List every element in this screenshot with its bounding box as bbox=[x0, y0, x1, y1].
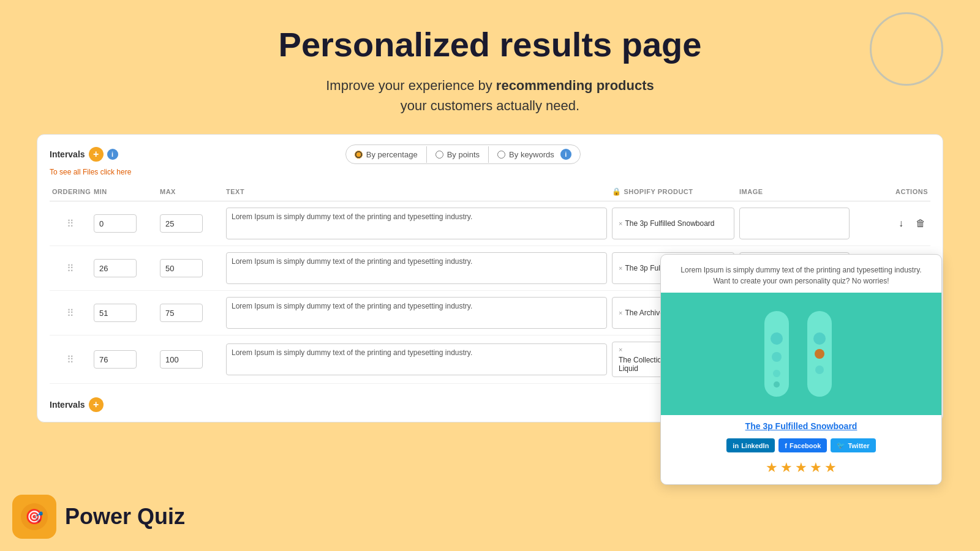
min-input-2[interactable] bbox=[94, 259, 137, 277]
min-input-1[interactable] bbox=[94, 214, 137, 233]
radio-by-keywords[interactable]: By keywords i bbox=[489, 145, 580, 163]
min-input-4[interactable] bbox=[94, 350, 137, 369]
table-row: ⠿ Lorem Ipsum is simply dummy text of th… bbox=[50, 201, 930, 246]
svg-text:🎯: 🎯 bbox=[25, 508, 43, 525]
remove-product-4[interactable]: × bbox=[619, 346, 622, 353]
text-area-1[interactable]: Lorem Ipsum is simply dummy text of the … bbox=[226, 208, 607, 239]
product-tag-1[interactable]: × The 3p Fulfilled Snowboard bbox=[612, 208, 734, 239]
popup-text-line2: Want to create your own personality quiz… bbox=[673, 276, 929, 287]
snowboard-illustration bbox=[746, 305, 856, 403]
text-area-4[interactable]: Lorem Ipsum is simply dummy text of the … bbox=[226, 343, 607, 375]
linkedin-icon: in bbox=[733, 442, 739, 449]
radio-keywords-input[interactable] bbox=[497, 151, 505, 159]
files-link[interactable]: To see all Files click here bbox=[50, 168, 930, 176]
radio-by-points[interactable]: By points bbox=[427, 146, 489, 163]
popup-social-row: in LinkedIn f Facebook 🐦 Twitter bbox=[661, 435, 941, 456]
keywords-info-icon[interactable]: i bbox=[560, 149, 571, 160]
radio-points-input[interactable] bbox=[435, 151, 443, 159]
intervals-label: Intervals bbox=[50, 149, 85, 159]
svg-point-4 bbox=[774, 381, 780, 388]
popup-text-line1: Lorem Ipsum is simply dummy text of the … bbox=[673, 264, 929, 276]
logo-text: Power Quiz bbox=[65, 504, 185, 530]
facebook-icon: f bbox=[785, 442, 787, 449]
card-header-row: Intervals + i By percentage By points By… bbox=[50, 144, 930, 164]
facebook-label: Facebook bbox=[790, 442, 821, 449]
svg-point-3 bbox=[773, 370, 780, 377]
radio-group: By percentage By points By keywords i bbox=[345, 144, 581, 164]
col-actions: ACTIONS bbox=[854, 188, 928, 195]
radio-by-percentage[interactable]: By percentage bbox=[346, 146, 427, 163]
col-min: MIN bbox=[94, 188, 155, 195]
actions-col-1: ↓ 🗑 bbox=[854, 216, 928, 231]
svg-point-2 bbox=[772, 352, 782, 362]
subtitle-text2: your customers actually need. bbox=[401, 98, 579, 113]
text-area-2[interactable]: Lorem Ipsum is simply dummy text of the … bbox=[226, 252, 607, 284]
col-image: IMAGE bbox=[739, 188, 850, 195]
subtitle-text1: Improve your experience by bbox=[326, 78, 496, 93]
star-3: ★ bbox=[795, 460, 807, 476]
table-header: ORDERING MIN MAX TEXT 🔒 SHOPIFY PRODUCT … bbox=[50, 182, 930, 201]
svg-point-8 bbox=[815, 365, 824, 374]
max-input-4[interactable] bbox=[160, 350, 203, 369]
page-subtitle: Improve your experience by recommending … bbox=[123, 75, 858, 116]
min-input-3[interactable] bbox=[94, 304, 137, 322]
col-text: TEXT bbox=[226, 188, 607, 195]
star-2: ★ bbox=[780, 460, 793, 476]
max-input-3[interactable] bbox=[160, 304, 203, 322]
drag-handle-1[interactable]: ⠿ bbox=[52, 218, 89, 230]
logo-section: 🎯 Power Quiz bbox=[12, 495, 185, 539]
intervals-info-icon[interactable]: i bbox=[107, 149, 118, 160]
max-input-1[interactable] bbox=[160, 214, 203, 233]
radio-keywords-label: By keywords bbox=[509, 150, 554, 159]
svg-point-7 bbox=[815, 349, 824, 359]
linkedin-button[interactable]: in LinkedIn bbox=[726, 438, 775, 452]
intervals-section: Intervals + i bbox=[50, 147, 118, 162]
drag-handle-2[interactable]: ⠿ bbox=[52, 263, 89, 274]
popup-product-title[interactable]: The 3p Fulfilled Snowboard bbox=[661, 415, 941, 435]
svg-point-1 bbox=[771, 332, 783, 345]
col-ordering: ORDERING bbox=[52, 188, 89, 195]
product-name-1: The 3p Fulfilled Snowboard bbox=[625, 219, 714, 228]
svg-point-6 bbox=[813, 332, 826, 345]
star-4: ★ bbox=[810, 460, 822, 476]
delete-button-1[interactable]: 🗑 bbox=[913, 216, 928, 231]
drag-handle-4[interactable]: ⠿ bbox=[52, 354, 89, 365]
subtitle-bold: recommending products bbox=[496, 78, 654, 93]
linkedin-label: LinkedIn bbox=[741, 442, 769, 449]
add-interval-footer-button[interactable]: + bbox=[89, 397, 104, 412]
footer-intervals-label: Intervals bbox=[50, 400, 85, 410]
logo-svg: 🎯 bbox=[19, 501, 50, 532]
add-interval-button[interactable]: + bbox=[89, 147, 104, 162]
twitter-icon: 🐦 bbox=[837, 441, 845, 449]
lock-icon: 🔒 bbox=[612, 187, 622, 196]
page-header: Personalized results page Improve your e… bbox=[0, 0, 980, 128]
decorative-circle bbox=[870, 12, 943, 86]
col-shopify-label: SHOPIFY PRODUCT bbox=[624, 188, 693, 195]
remove-product-1[interactable]: × bbox=[619, 220, 622, 227]
page-title: Personalized results page bbox=[123, 24, 858, 64]
move-down-button-1[interactable]: ↓ bbox=[896, 216, 906, 231]
drag-handle-3[interactable]: ⠿ bbox=[52, 307, 89, 319]
popup-image-section bbox=[661, 293, 941, 415]
popup-stars-row: ★ ★ ★ ★ ★ bbox=[661, 456, 941, 484]
text-area-3[interactable]: Lorem Ipsum is simply dummy text of the … bbox=[226, 297, 607, 329]
popup-text-section: Lorem Ipsum is simply dummy text of the … bbox=[661, 255, 941, 293]
image-field-1[interactable] bbox=[739, 208, 850, 239]
radio-percentage-input[interactable] bbox=[355, 151, 363, 159]
star-5: ★ bbox=[824, 460, 837, 476]
remove-product-3[interactable]: × bbox=[619, 309, 622, 317]
facebook-button[interactable]: f Facebook bbox=[778, 438, 827, 452]
logo-icon: 🎯 bbox=[12, 495, 56, 539]
max-input-2[interactable] bbox=[160, 259, 203, 277]
star-1: ★ bbox=[766, 460, 778, 476]
remove-product-2[interactable]: × bbox=[619, 264, 622, 272]
twitter-button[interactable]: 🐦 Twitter bbox=[831, 438, 875, 452]
radio-percentage-label: By percentage bbox=[366, 150, 418, 159]
twitter-label: Twitter bbox=[848, 442, 869, 449]
col-max: MAX bbox=[160, 188, 221, 195]
radio-points-label: By points bbox=[447, 150, 480, 159]
col-shopify: 🔒 SHOPIFY PRODUCT bbox=[612, 187, 734, 196]
popup-card: Lorem Ipsum is simply dummy text of the … bbox=[660, 254, 942, 485]
